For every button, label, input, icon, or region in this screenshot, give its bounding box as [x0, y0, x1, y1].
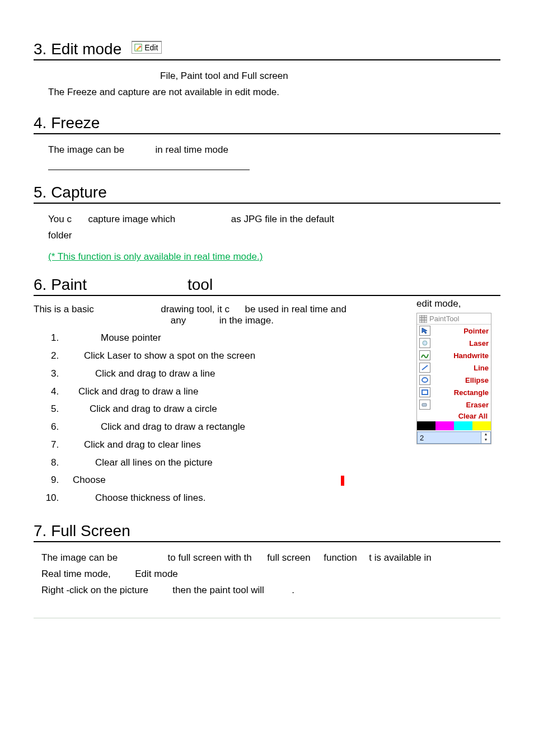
s4-a: The image can be [48, 144, 124, 155]
s6-intro-b: drawing tool, it c [161, 304, 229, 314]
paint-tool-row-label: Ellipse [465, 376, 489, 384]
s7-1b: to full screen with th [168, 552, 252, 563]
s3-line2: The Freeze and capture are not available… [48, 84, 500, 101]
red-marker-icon [341, 476, 344, 486]
s5-a: You c [48, 214, 72, 224]
paint-toolbox-title: PaintTool [417, 313, 491, 325]
svg-rect-9 [422, 390, 428, 395]
divider-rule [48, 170, 250, 170]
s7-3c: . [292, 585, 294, 595]
thickness-spinner[interactable]: 2 ▲ ▼ [417, 431, 491, 444]
edit-badge-label: Edit [144, 43, 158, 52]
paint-tool-row-label: Line [474, 364, 489, 372]
grid-icon [419, 315, 427, 323]
spin-down-icon[interactable]: ▼ [481, 438, 490, 443]
paint-tool-pointer[interactable]: Pointer [417, 325, 491, 337]
svg-line-7 [422, 365, 428, 370]
svg-rect-1 [419, 315, 427, 323]
rectangle-icon [419, 387, 430, 397]
paint-tool-rectangle[interactable]: Rectangle [417, 386, 491, 398]
paint-tool-row-label: Rectangle [454, 388, 489, 397]
section-7-body: The image can be to full screen with th … [41, 550, 500, 599]
s4-b: in real time mode [156, 144, 228, 155]
paint-list-item-text: Click Laser to show a spot on the screen [84, 350, 255, 361]
paint-list-item: Click Laser to show a spot on the screen [62, 348, 405, 364]
ellipse-icon [419, 375, 430, 385]
paint-tool-eraser[interactable]: Eraser [417, 398, 491, 411]
paint-list-item: Clear all lines on the picture [62, 454, 405, 471]
s7-1a: The image can be [41, 552, 118, 563]
s7-2a: Real time mode, [41, 569, 111, 579]
color-swatch[interactable] [417, 421, 435, 430]
paint-list-item: Mouse pointer [62, 330, 405, 346]
pencil-icon [134, 44, 142, 51]
paint-list-item-text: Click and drag to clear lines [84, 439, 201, 450]
paint-tool-clear-all[interactable]: Clear All [417, 411, 491, 421]
paint-tool-row-label: Pointer [463, 327, 489, 335]
section-5-heading: 5. Capture [34, 184, 500, 204]
paint-tool-row-label: Clear All [458, 412, 488, 420]
paint-tool-row-label: Eraser [466, 401, 489, 409]
section-3-heading: 3. Edit mode Edit [34, 40, 500, 60]
section-6-title-b: tool [188, 276, 213, 294]
s6-intro-c: be used in real time and [245, 304, 346, 314]
paint-list-item-text: Choose [73, 475, 106, 485]
s5-c: as JPG file in the default [231, 214, 334, 224]
section-4-body: The image can be in real time mode [48, 142, 500, 158]
section-6-title-a: 6. Paint [34, 276, 87, 294]
section-6-body: This is a basic drawing tool, it c be us… [34, 298, 405, 508]
s3-line1: File, Paint tool and Full screen [160, 68, 500, 84]
svg-point-8 [422, 378, 428, 382]
s7-1e: t is available in [369, 552, 432, 563]
s7-1c: full screen [267, 552, 310, 563]
paint-toolbox: PaintTool PointerLaserHandwriteLineEllip… [416, 313, 491, 444]
section-4-title: 4. Freeze [34, 114, 100, 132]
svg-point-6 [423, 341, 427, 345]
paint-tool-row-label: Handwrite [453, 351, 489, 360]
paint-list-item: Click and drag to draw a line [62, 365, 405, 382]
pointer-icon [419, 326, 430, 336]
thickness-spin-buttons[interactable]: ▲ ▼ [481, 432, 490, 443]
paint-list-item-text: Choose thickness of lines. [95, 492, 206, 503]
paint-list-item-text: Click and drag to draw a circle [90, 403, 217, 414]
paint-tool-ellipse[interactable]: Ellipse [417, 374, 491, 386]
thickness-value[interactable]: 2 [418, 432, 481, 443]
line-icon [419, 363, 430, 373]
color-swatch[interactable] [454, 421, 472, 430]
paint-list-item: Click and drag to draw a line [62, 383, 405, 400]
s5-b: capture image which [88, 214, 175, 224]
paint-tool-handwrite[interactable]: Handwrite [417, 349, 491, 361]
s7-3a: Right -click on the picture [41, 585, 148, 595]
paint-list-item-text: Mouse pointer [101, 332, 161, 343]
section-5-title: 5. Capture [34, 184, 107, 201]
paint-tool-laser[interactable]: Laser [417, 337, 491, 349]
paint-tool-list: Mouse pointerClick Laser to show a spot … [62, 330, 405, 506]
s6-intro-a: This is a basic [34, 304, 94, 314]
color-swatch[interactable] [472, 421, 491, 430]
eraser-icon [419, 400, 430, 410]
section-6-heading: 6. Paint tool [34, 276, 500, 296]
paint-tool-line[interactable]: Line [417, 361, 491, 374]
paint-list-item: Choose [62, 472, 405, 489]
s7-3b: then the paint tool will [172, 585, 264, 595]
edit-mode-badge: Edit [132, 41, 162, 54]
section-7-heading: 7. Full Screen [34, 522, 500, 542]
s5-folder: folder [48, 228, 500, 244]
paint-list-item: Choose thickness of lines. [62, 490, 405, 506]
section-3-title: 3. Edit mode [34, 40, 121, 58]
handwrite-icon [419, 350, 430, 360]
paint-tool-row-label: Laser [469, 339, 489, 348]
s7-1d: function [324, 552, 357, 563]
section-5-body: You c capture image which as JPG file in… [48, 212, 500, 244]
realtime-note: (* This function is only available in re… [48, 251, 500, 262]
color-swatch[interactable] [435, 421, 454, 430]
paint-toolbox-title-text: PaintTool [429, 314, 459, 323]
color-swatches[interactable] [417, 421, 491, 430]
section-4-heading: 4. Freeze [34, 114, 500, 134]
section-3-body: File, Paint tool and Full screen The Fre… [48, 68, 500, 101]
spin-up-icon[interactable]: ▲ [481, 432, 490, 438]
section-7-title: 7. Full Screen [34, 522, 130, 540]
s7-2b: Edit mode [135, 569, 178, 579]
paint-list-item: Click and drag to clear lines [62, 436, 405, 453]
paint-list-item-text: Click and drag to draw a rectangle [101, 421, 245, 432]
